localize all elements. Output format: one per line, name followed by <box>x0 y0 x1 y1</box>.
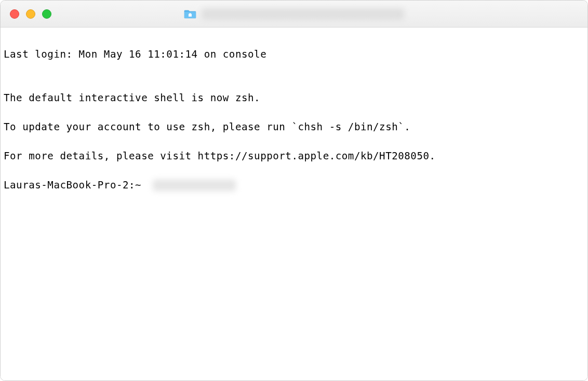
prompt-line: Lauras-MacBook-Pro-2:~ <box>4 178 584 193</box>
zsh-notice-line-2: To update your account to use zsh, pleas… <box>4 120 584 134</box>
zoom-button[interactable] <box>42 9 51 19</box>
terminal-window: Last login: Mon May 16 11:01:14 on conso… <box>0 0 588 381</box>
close-button[interactable] <box>10 9 19 19</box>
zsh-notice-line-3: For more details, please visit https://s… <box>4 149 584 164</box>
terminal-output[interactable]: Last login: Mon May 16 11:01:14 on conso… <box>1 28 587 380</box>
window-title-text-blurred <box>202 8 404 20</box>
zsh-notice-line-1: The default interactive shell is now zsh… <box>4 91 584 105</box>
home-folder-icon <box>184 9 196 19</box>
minimize-button[interactable] <box>26 9 35 19</box>
prompt-username-blurred <box>153 180 236 191</box>
last-login-line: Last login: Mon May 16 11:01:14 on conso… <box>4 47 584 62</box>
title-bar <box>1 1 587 28</box>
shell-prompt: Lauras-MacBook-Pro-2:~ <box>4 178 148 193</box>
traffic-lights <box>10 9 51 19</box>
window-title <box>184 8 404 20</box>
